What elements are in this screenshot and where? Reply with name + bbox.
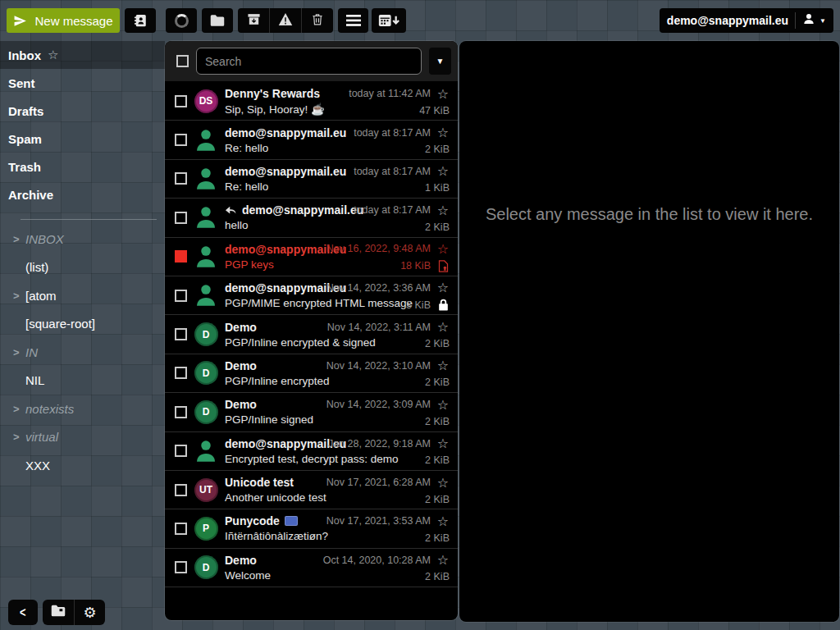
sidebar-folder-item[interactable]: > virtual xyxy=(0,423,165,452)
message-size: 3 KiB xyxy=(406,299,431,311)
star-icon[interactable]: ☆ xyxy=(436,241,450,257)
refresh-button[interactable] xyxy=(166,8,197,33)
select-all-checkbox[interactable] xyxy=(176,55,189,67)
sidebar-folder-item[interactable]: NIL xyxy=(0,367,165,395)
sidebar-folder-item[interactable]: [square-root] xyxy=(0,310,165,339)
message-checkbox[interactable] xyxy=(175,367,187,379)
sidebar-folder-item[interactable]: Archive xyxy=(0,180,165,208)
message-date: Oct 14, 2020, 10:28 AM xyxy=(323,555,431,566)
message-row[interactable]: D Demo Welcome Oct 14, 2020, 10:28 AM ☆ … xyxy=(165,549,458,587)
folder-icon xyxy=(210,14,225,27)
star-icon[interactable]: ☆ xyxy=(436,86,450,102)
sidebar-folder-item[interactable]: Trash xyxy=(0,153,165,180)
message-sender: Unicode test xyxy=(225,476,294,489)
spam-button[interactable] xyxy=(269,8,301,33)
move-to-folder-button[interactable] xyxy=(202,8,233,33)
search-input[interactable] xyxy=(196,48,422,75)
message-meta: Nov 14, 2022, 3:36 AM ☆ 3 KiB xyxy=(326,280,450,311)
star-icon[interactable]: ☆ xyxy=(436,319,450,335)
star-icon[interactable]: ☆ xyxy=(436,358,450,373)
manage-folders-button[interactable] xyxy=(43,600,74,625)
message-sender: Demo xyxy=(225,359,257,372)
sidebar-folder-item[interactable]: Spam xyxy=(0,125,165,153)
list-menu-button[interactable] xyxy=(338,8,368,33)
star-icon[interactable]: ☆ xyxy=(436,163,450,179)
star-icon[interactable]: ☆ xyxy=(436,203,450,218)
folder-label: INBOX xyxy=(25,232,64,246)
message-checkbox[interactable] xyxy=(175,134,187,146)
message-summary: demo@snappymail.eu PGP keys xyxy=(225,243,320,271)
message-checkbox[interactable] xyxy=(175,523,187,535)
star-icon[interactable]: ☆ xyxy=(436,280,450,295)
message-row[interactable]: demo@snappymail.eu Encrypted test, decry… xyxy=(165,432,458,471)
message-row[interactable]: P Punycode Iñtërnâtiônàlizætiøn? Nov 17,… xyxy=(165,509,458,548)
message-meta: today at 8:17 AM ☆ 1 KiB xyxy=(354,163,450,194)
message-row[interactable]: DS Denny's Rewards Sip, Sip, Hooray! ☕ t… xyxy=(165,82,458,121)
contacts-button[interactable] xyxy=(125,8,156,33)
message-checkbox[interactable] xyxy=(175,95,187,107)
collapse-sidebar-button[interactable]: < xyxy=(8,600,38,625)
message-row[interactable]: demo@snappymail.eu PGP keys Nov 16, 2022… xyxy=(165,238,458,276)
trash-icon xyxy=(311,12,324,30)
person-avatar-icon xyxy=(194,283,217,308)
message-date: today at 8:17 AM xyxy=(354,127,431,139)
message-size: 2 KiB xyxy=(425,494,450,505)
star-icon[interactable]: ☆ xyxy=(48,48,58,62)
avatar xyxy=(194,128,218,153)
delete-button[interactable] xyxy=(301,8,333,33)
account-person-icon xyxy=(802,12,815,29)
message-checkbox[interactable] xyxy=(175,445,187,457)
message-size: 2 KiB xyxy=(425,221,450,233)
message-checkbox[interactable] xyxy=(175,290,187,302)
message-date: Nov 16, 2022, 9:48 AM xyxy=(326,243,431,254)
certificate-attachment-icon xyxy=(436,260,450,272)
initials-avatar: D xyxy=(194,555,218,579)
star-icon[interactable]: ☆ xyxy=(436,436,450,451)
message-checkbox[interactable] xyxy=(175,561,187,573)
settings-button[interactable]: ⚙ xyxy=(74,600,105,625)
message-checkbox[interactable] xyxy=(175,484,187,496)
star-icon[interactable]: ☆ xyxy=(436,552,450,568)
star-icon[interactable]: ☆ xyxy=(436,397,450,413)
sidebar-folder-item[interactable]: (list) xyxy=(0,253,165,282)
folder-label: IN xyxy=(25,345,38,359)
message-checkbox[interactable] xyxy=(175,212,187,224)
message-meta: today at 8:17 AM ☆ 2 KiB xyxy=(354,125,450,155)
message-checkbox[interactable] xyxy=(175,406,187,418)
sidebar-folder-item[interactable]: > INBOX xyxy=(0,225,165,253)
sidebar-folder-item[interactable]: > IN xyxy=(0,338,165,367)
message-meta: Nov 17, 2021, 6:28 AM ☆ 2 KiB xyxy=(326,475,450,505)
star-icon[interactable]: ☆ xyxy=(436,475,450,491)
sidebar-folder-item[interactable]: XXX xyxy=(0,451,165,480)
star-icon[interactable]: ☆ xyxy=(436,514,450,529)
avatar: D xyxy=(194,400,218,424)
message-checkbox[interactable] xyxy=(175,172,187,185)
message-row[interactable]: demo@snappymail.eu Re: hello today at 8:… xyxy=(165,160,458,199)
calendar-download-button[interactable] xyxy=(372,8,406,33)
sidebar-folder-item[interactable]: Sent xyxy=(0,69,165,97)
message-row[interactable]: demo@snappymail.eu Re: hello today at 8:… xyxy=(165,121,458,159)
sidebar-folder-item[interactable]: Drafts xyxy=(0,97,165,125)
message-row[interactable]: demo@snappymail.eu hello today at 8:17 A… xyxy=(165,199,458,237)
chevron-right-icon: > xyxy=(13,233,25,245)
folder-sidebar: Inbox ☆ Sent Drafts Spam Trash Archive >… xyxy=(0,41,165,630)
sidebar-folder-item[interactable]: Inbox ☆ xyxy=(0,41,165,69)
message-rows: DS Denny's Rewards Sip, Sip, Hooray! ☕ t… xyxy=(165,82,458,620)
message-checkbox[interactable] xyxy=(175,250,187,262)
search-options-button[interactable]: ▼ xyxy=(429,48,451,75)
message-date: Nov 17, 2021, 3:53 AM xyxy=(326,515,431,527)
account-menu-button[interactable]: demo@snappymail.eu ▼ xyxy=(660,8,833,33)
sidebar-folder-item[interactable]: > [atom xyxy=(0,281,165,310)
message-row[interactable]: D Demo PGP/Inline signed Nov 14, 2022, 3… xyxy=(165,393,458,431)
star-icon[interactable]: ☆ xyxy=(436,125,450,140)
new-message-button[interactable]: New message xyxy=(7,8,120,33)
message-row[interactable]: D Demo PGP/Inline encrypted & signed Nov… xyxy=(165,315,458,354)
avatar: UT xyxy=(194,478,218,502)
sidebar-system-folders: > INBOX (list) > [atom [square-root] > I… xyxy=(0,225,165,480)
sidebar-folder-item[interactable]: > notexists xyxy=(0,395,165,423)
message-row[interactable]: demo@snappymail.eu PGP/MIME encrypted HT… xyxy=(165,276,458,315)
message-row[interactable]: D Demo PGP/Inline encrypted Nov 14, 2022… xyxy=(165,354,458,393)
message-row[interactable]: UT Unicode test Another unicode test Nov… xyxy=(165,471,458,509)
message-checkbox[interactable] xyxy=(175,328,187,340)
archive-button[interactable] xyxy=(238,8,269,33)
